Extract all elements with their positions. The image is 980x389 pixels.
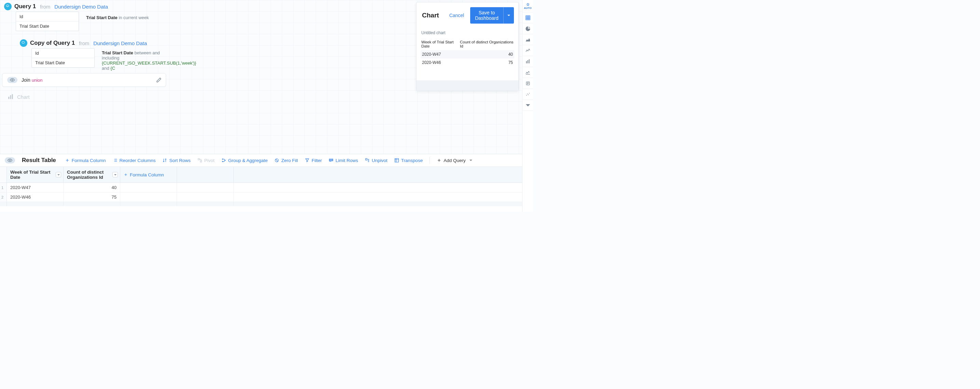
chevron-down-icon[interactable] [56,172,61,177]
cell-empty [120,193,177,202]
chart-panel-body: Untitled chart Week of Trial Start Date … [417,27,519,91]
svg-point-14 [9,159,11,161]
cell-count[interactable]: 40 [64,183,120,192]
svg-point-12 [528,94,528,95]
field-row[interactable]: Id [16,12,79,21]
rail-auto-label: AUTO [524,7,532,10]
zero-fill-button[interactable]: Zero Fill [274,158,298,163]
svg-rect-1 [8,97,9,99]
rail-area-icon[interactable] [522,34,533,45]
limit-rows-button[interactable]: Limit Rows [329,158,358,163]
join-row[interactable]: Join union [2,73,166,87]
unpivot-button[interactable]: Unpivot [365,158,388,163]
reorder-columns-button[interactable]: Reorder Columns [113,158,156,163]
svg-point-19 [224,160,225,161]
row-number-header [0,167,7,183]
save-to-dashboard-button[interactable]: Save to Dashboard [470,7,503,24]
add-query-button[interactable]: Add Query [437,158,466,163]
svg-rect-24 [395,159,399,163]
grid-footer [0,202,533,206]
row-number: 1 [0,183,7,192]
cancel-button[interactable]: Cancel [449,13,465,18]
bar-chart-icon [8,94,14,100]
chart-step-entry[interactable]: Chart [8,94,533,100]
rail-scatter-icon[interactable] [522,89,533,100]
chart-cell-week: 2020-W46 [422,60,441,65]
field-list-1[interactable]: Id Trial Start Date [16,12,79,31]
cell-empty [177,183,234,192]
svg-rect-16 [200,161,202,162]
query-from-word: from [40,4,50,10]
group-aggregate-button[interactable]: Group & Aggregate [221,158,268,163]
svg-rect-15 [198,159,199,160]
rail-bar-icon[interactable] [522,56,533,67]
cell-count[interactable]: 75 [64,193,120,202]
svg-rect-8 [528,59,529,63]
chart-type-rail: AUTO [522,0,533,212]
sort-rows-button[interactable]: Sort Rows [162,158,190,163]
query-source[interactable]: Dundersign Demo Data [54,4,108,10]
rail-number-icon[interactable] [522,78,533,89]
rail-auto[interactable]: AUTO [522,0,533,12]
column-header-count[interactable]: Count of distinct Organizations Id [64,167,120,183]
cell-week[interactable]: 2020-W46 [7,193,64,202]
rail-table-icon[interactable] [522,12,533,23]
svg-rect-5 [526,16,530,20]
field-list-2[interactable]: Id Trial Start Date [32,48,95,68]
chart-panel: Chart Cancel Save to Dashboard Untitled … [416,2,519,91]
chart-row[interactable]: 2020-W46 75 [421,59,514,67]
svg-point-10 [526,95,527,96]
row-number: 2 [0,193,7,202]
condition-field: Trial Start Date [86,15,118,20]
svg-rect-7 [527,60,528,63]
chart-cell-value: 40 [509,52,513,57]
field-row[interactable]: Trial Start Date [32,58,94,67]
field-row[interactable]: Id [32,49,94,58]
add-formula-link: Formula Column [124,172,164,177]
chart-cell-value: 75 [509,60,513,65]
chart-table-header: Week of Trial Start Date Count of distin… [421,38,514,50]
formula-column-button[interactable]: Formula Column [65,158,106,163]
condition-code: {CURRENT_ISO_WEEK.START.SUB(1,'week')} [102,61,196,65]
column-header-week[interactable]: Week of Trial Start Date [7,167,64,183]
join-label: Join [22,77,30,83]
eye-icon[interactable] [5,157,15,163]
table-row[interactable]: 1 2020-W47 40 [0,183,533,193]
add-query-dropdown[interactable] [469,158,473,163]
transpose-button[interactable]: Transpose [395,158,423,163]
cell-empty [234,183,533,192]
eye-icon[interactable] [7,77,18,83]
rail-more-icon[interactable] [522,100,533,111]
chart-name-label[interactable]: Untitled chart [421,29,514,38]
filter-button[interactable]: Filter [305,158,322,163]
rail-combo-icon[interactable] [522,67,533,78]
result-toolbar: Result Table Formula Column Reorder Colu… [0,154,533,167]
cell-empty [120,183,177,192]
svg-point-18 [222,161,223,162]
column-header-empty [177,167,234,183]
chevron-down-icon[interactable] [113,172,118,177]
table-row[interactable]: 2 2020-W46 75 [0,193,533,202]
chart-col-1: Week of Trial Start Date [421,40,460,48]
svg-rect-22 [329,160,333,161]
save-dropdown-button[interactable] [503,7,514,24]
query-source[interactable]: Dundersign Demo Data [93,40,147,46]
rail-pie-icon[interactable] [522,23,533,34]
column-header-formula[interactable]: Formula Column [120,167,177,183]
pivot-button[interactable]: Pivot [197,158,215,163]
svg-point-17 [222,159,223,159]
field-row[interactable]: Trial Start Date [16,21,79,31]
cell-week[interactable]: 2020-W47 [7,183,64,192]
query-from-word: from [79,40,89,46]
chart-row[interactable]: 2020-W47 40 [421,50,514,59]
svg-rect-21 [329,159,333,159]
join-type: union [32,78,43,83]
chart-col-2: Count of distinct Organizations Id [460,40,514,48]
query-title: Query 1 [14,3,36,10]
rail-line-icon[interactable] [522,45,533,56]
svg-rect-2 [10,96,11,99]
chart-panel-footer [417,80,519,91]
condition-block-2[interactable]: Trial Start Date between and including {… [102,50,173,71]
condition-block-1[interactable]: Trial Start Date in current week [86,15,149,20]
pencil-icon[interactable] [156,77,162,83]
